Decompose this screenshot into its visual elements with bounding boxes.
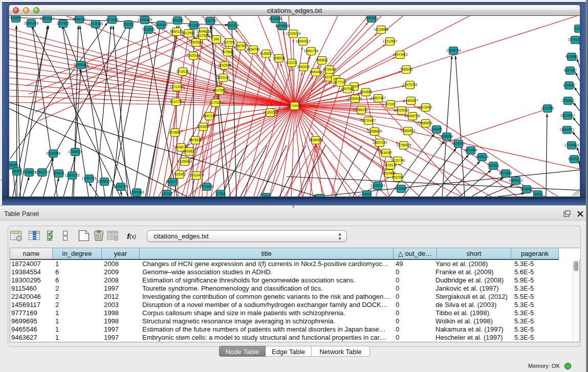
svg-text:1010755: 1010755 — [170, 100, 183, 103]
svg-text:2905334: 2905334 — [155, 23, 168, 27]
svg-text:3215955: 3215955 — [541, 106, 554, 110]
svg-text:1493822: 1493822 — [183, 149, 196, 153]
svg-text:20206556: 20206556 — [46, 151, 61, 155]
svg-text:10958107: 10958107 — [97, 180, 112, 183]
svg-text:9327506: 9327506 — [223, 40, 236, 44]
svg-text:10756928: 10756928 — [397, 143, 411, 147]
svg-text:10653267: 10653267 — [40, 17, 55, 20]
svg-text:2935114: 2935114 — [476, 155, 489, 159]
svg-text:10719185: 10719185 — [89, 22, 103, 26]
svg-text:19654923: 19654923 — [401, 129, 416, 133]
svg-text:15692971: 15692971 — [560, 128, 575, 132]
svg-text:9227342: 9227342 — [564, 69, 577, 72]
svg-text:9242848: 9242848 — [219, 63, 231, 67]
svg-text:62160: 62160 — [386, 102, 395, 106]
svg-text:9034067: 9034067 — [380, 151, 393, 155]
svg-text:1167533: 1167533 — [568, 157, 580, 161]
svg-text:10654112: 10654112 — [509, 179, 523, 182]
svg-text:1244415: 1244415 — [562, 99, 575, 102]
svg-text:10025438: 10025438 — [395, 108, 409, 112]
svg-text:6466160: 6466160 — [73, 17, 86, 21]
svg-text:3267110: 3267110 — [203, 114, 216, 118]
svg-text:22420046: 22420046 — [186, 54, 201, 57]
svg-text:1733426: 1733426 — [395, 187, 408, 190]
svg-text:12923468: 12923468 — [129, 190, 144, 194]
svg-text:18807249: 18807249 — [373, 141, 387, 144]
svg-text:6179197: 6179197 — [452, 142, 465, 145]
svg-text:6497568: 6497568 — [341, 87, 354, 91]
svg-text:2803144: 2803144 — [217, 76, 230, 79]
svg-text:9129986: 9129986 — [565, 55, 578, 58]
svg-text:16154808: 16154808 — [374, 28, 389, 31]
svg-text:8427552: 8427552 — [213, 89, 226, 92]
svg-text:16543362: 16543362 — [189, 40, 204, 44]
svg-text:7632621: 7632621 — [487, 164, 500, 167]
svg-text:17359924: 17359924 — [68, 150, 83, 154]
svg-text:8454749: 8454749 — [247, 48, 260, 51]
svg-text:7485063: 7485063 — [400, 68, 413, 71]
svg-text:39159: 39159 — [12, 169, 21, 173]
svg-text:10807487: 10807487 — [371, 96, 386, 100]
svg-text:9245052: 9245052 — [520, 187, 533, 191]
svg-text:16782759: 16782759 — [114, 185, 128, 188]
svg-text:417006: 417006 — [210, 101, 221, 104]
svg-text:7357224: 7357224 — [226, 24, 239, 27]
svg-text:7515526: 7515526 — [142, 28, 155, 31]
svg-text:17304: 17304 — [216, 192, 225, 195]
svg-text:7625402: 7625402 — [173, 172, 186, 176]
svg-text:164095: 164095 — [431, 127, 442, 131]
svg-text:2967608: 2967608 — [235, 44, 248, 48]
svg-text:17957255: 17957255 — [82, 177, 97, 180]
svg-text:16099489: 16099489 — [178, 160, 192, 163]
svg-text:10648784: 10648784 — [446, 49, 461, 52]
svg-text:9089695: 9089695 — [420, 121, 432, 125]
svg-text:7986322: 7986322 — [355, 108, 368, 112]
svg-text:2718126: 2718126 — [177, 70, 189, 73]
svg-text:96025: 96025 — [315, 196, 324, 196]
svg-text:1362615: 1362615 — [297, 65, 310, 69]
svg-text:3675685: 3675685 — [222, 50, 234, 54]
svg-text:8912954: 8912954 — [182, 31, 195, 35]
svg-text:15751074: 15751074 — [568, 38, 580, 41]
svg-text:1916682: 1916682 — [169, 130, 182, 134]
svg-text:19218506: 19218506 — [275, 24, 290, 28]
svg-text:1063381: 1063381 — [171, 18, 184, 22]
svg-text:9455771: 9455771 — [166, 180, 179, 184]
svg-text:16033809: 16033809 — [138, 18, 153, 21]
svg-text:140557: 140557 — [10, 16, 21, 20]
svg-text:12213369: 12213369 — [170, 85, 185, 89]
svg-text:114519: 114519 — [54, 171, 64, 175]
svg-text:16914479: 16914479 — [189, 173, 204, 177]
svg-text:7955812: 7955812 — [316, 58, 329, 62]
svg-text:(x): (x) — [129, 233, 136, 239]
svg-text:20364436: 20364436 — [348, 97, 363, 100]
svg-text:18640910: 18640910 — [296, 39, 311, 43]
svg-text:9327505: 9327505 — [197, 34, 209, 37]
svg-text:9146821: 9146821 — [260, 52, 273, 55]
svg-text:12905135: 12905135 — [65, 173, 80, 177]
svg-text:12975155: 12975155 — [403, 83, 418, 86]
svg-text:11125: 11125 — [575, 27, 580, 30]
svg-text:131313: 131313 — [161, 192, 172, 195]
svg-text:8613054: 8613054 — [188, 24, 201, 27]
svg-text:5938914: 5938914 — [441, 135, 453, 138]
svg-text:546: 546 — [214, 37, 220, 41]
svg-text:822203: 822203 — [286, 61, 297, 64]
svg-text:14463627: 14463627 — [404, 99, 419, 102]
svg-text:9450: 9450 — [534, 192, 542, 196]
svg-text:15720407: 15720407 — [361, 119, 376, 122]
svg-text:13325419: 13325419 — [286, 32, 301, 35]
svg-text:185081: 185081 — [9, 163, 18, 167]
svg-text:15716485: 15716485 — [200, 185, 214, 188]
svg-text:16961758: 16961758 — [304, 49, 319, 53]
svg-text:1990448: 1990448 — [310, 70, 322, 74]
svg-text:252254: 252254 — [392, 176, 403, 179]
svg-text:9777169: 9777169 — [334, 80, 347, 84]
svg-text:17016504: 17016504 — [564, 143, 579, 147]
svg-text:9474444: 9474444 — [465, 148, 477, 152]
svg-text:94557: 94557 — [362, 192, 372, 196]
svg-text:1152760: 1152760 — [204, 19, 217, 23]
svg-text:3824554: 3824554 — [360, 90, 373, 94]
svg-text:1353594: 1353594 — [197, 125, 210, 128]
svg-text:20691406: 20691406 — [24, 21, 39, 25]
